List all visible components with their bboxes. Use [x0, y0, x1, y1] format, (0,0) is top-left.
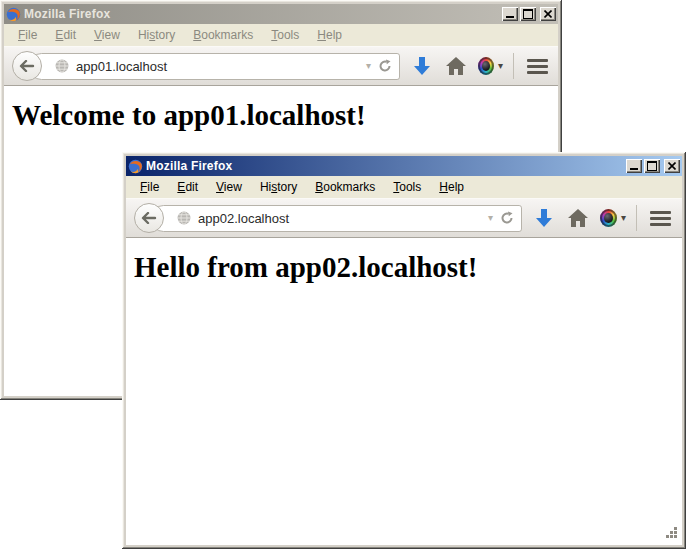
- hamburger-menu-button[interactable]: [647, 204, 674, 232]
- menu-item-history[interactable]: History: [130, 26, 183, 44]
- menu-item-bookmarks[interactable]: Bookmarks: [307, 178, 383, 196]
- maximize-icon: [523, 9, 533, 19]
- minimize-icon: [630, 168, 638, 170]
- lens-icon: [478, 57, 494, 75]
- download-button[interactable]: [410, 52, 434, 80]
- hamburger-icon: [650, 211, 671, 214]
- resize-grip[interactable]: [664, 527, 677, 540]
- firefox-window-app02: Mozilla Firefox FileEditViewHistoryBookm…: [122, 152, 686, 549]
- back-button[interactable]: [134, 203, 164, 233]
- page-heading: Welcome to app01.localhost!: [12, 99, 558, 132]
- close-button[interactable]: [540, 7, 556, 21]
- toolbar-separator: [636, 205, 637, 231]
- maximize-button[interactable]: [644, 159, 660, 173]
- caret-down-icon: ▾: [498, 61, 503, 71]
- reload-icon[interactable]: [500, 211, 514, 225]
- window-controls: [626, 159, 680, 173]
- menu-item-bookmarks[interactable]: Bookmarks: [185, 26, 261, 44]
- menu-item-view[interactable]: View: [208, 178, 250, 196]
- close-icon: [668, 162, 676, 170]
- navigation-toolbar: app01.localhost ▾ ▾: [4, 46, 558, 86]
- minimize-icon: [506, 16, 514, 18]
- menu-item-help[interactable]: Help: [431, 178, 472, 196]
- lens-icon: [600, 209, 617, 227]
- menu-item-tools[interactable]: Tools: [385, 178, 429, 196]
- maximize-icon: [647, 161, 657, 171]
- menu-item-tools[interactable]: Tools: [263, 26, 307, 44]
- close-icon: [544, 10, 552, 18]
- back-button[interactable]: [12, 51, 42, 81]
- menu-item-help[interactable]: Help: [309, 26, 350, 44]
- home-button[interactable]: [444, 52, 468, 80]
- window-controls: [502, 7, 556, 21]
- back-arrow-icon: [141, 212, 157, 224]
- addon-lens-button[interactable]: ▾: [600, 204, 626, 232]
- menu-item-edit[interactable]: Edit: [169, 178, 206, 196]
- menu-item-edit[interactable]: Edit: [47, 26, 84, 44]
- minimize-button[interactable]: [502, 7, 518, 21]
- firefox-logo-icon: [128, 159, 143, 174]
- page-content: Hello from app02.localhost!: [126, 238, 682, 545]
- menu-bar: FileEditViewHistoryBookmarksToolsHelp: [126, 176, 682, 198]
- window-title: Mozilla Firefox: [146, 159, 232, 173]
- menu-item-file[interactable]: File: [10, 26, 45, 44]
- hamburger-menu-button[interactable]: [524, 52, 550, 80]
- home-icon: [568, 209, 588, 227]
- close-button[interactable]: [664, 159, 680, 173]
- globe-icon: [177, 211, 191, 225]
- maximize-button[interactable]: [520, 7, 536, 21]
- hamburger-icon: [527, 59, 548, 62]
- addon-lens-button[interactable]: ▾: [478, 52, 503, 80]
- url-bar[interactable]: app01.localhost ▾: [28, 53, 400, 80]
- menu-bar: FileEditViewHistoryBookmarksToolsHelp: [4, 24, 558, 46]
- titlebar[interactable]: Mozilla Firefox: [4, 4, 558, 24]
- urlbar-dropdown-icon[interactable]: ▾: [366, 61, 371, 71]
- url-bar[interactable]: app02.localhost ▾: [150, 205, 522, 232]
- url-text[interactable]: app01.localhost: [76, 59, 167, 74]
- download-button[interactable]: [532, 204, 556, 232]
- back-arrow-icon: [19, 60, 35, 72]
- menu-item-file[interactable]: File: [132, 178, 167, 196]
- download-arrow-icon: [536, 209, 552, 228]
- globe-icon: [55, 59, 69, 73]
- firefox-logo-icon: [6, 7, 21, 22]
- navigation-toolbar: app02.localhost ▾ ▾: [126, 198, 682, 238]
- home-icon: [446, 57, 466, 75]
- urlbar-dropdown-icon[interactable]: ▾: [488, 213, 493, 223]
- titlebar[interactable]: Mozilla Firefox: [126, 156, 682, 176]
- minimize-button[interactable]: [626, 159, 642, 173]
- menu-item-history[interactable]: History: [252, 178, 305, 196]
- url-text[interactable]: app02.localhost: [198, 211, 289, 226]
- menu-item-view[interactable]: View: [86, 26, 128, 44]
- desktop: Mozilla Firefox FileEditViewHistoryBookm…: [0, 0, 688, 551]
- home-button[interactable]: [566, 204, 590, 232]
- download-arrow-icon: [414, 57, 430, 76]
- window-title: Mozilla Firefox: [24, 7, 110, 21]
- caret-down-icon: ▾: [621, 213, 626, 223]
- reload-icon[interactable]: [378, 59, 392, 73]
- page-heading: Hello from app02.localhost!: [134, 251, 682, 284]
- toolbar-separator: [513, 53, 514, 79]
